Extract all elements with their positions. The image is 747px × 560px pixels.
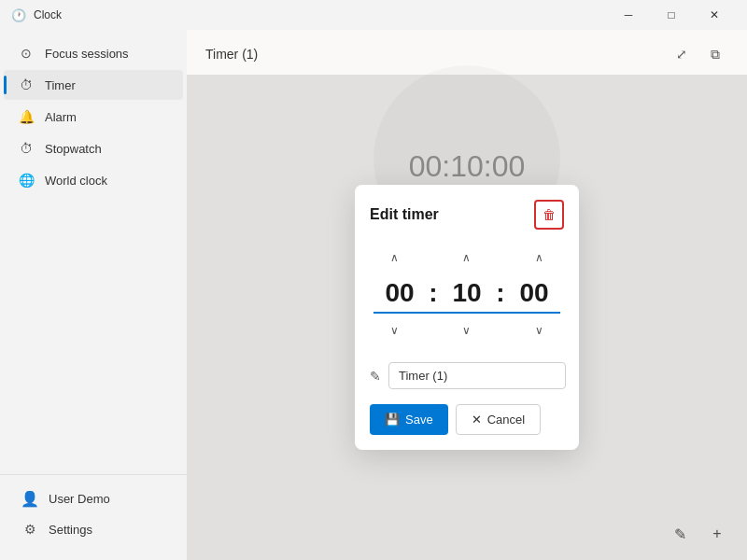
detach-button[interactable]: ⧉ (702, 41, 728, 67)
sidebar-bottom: 👤 User Demo ⚙ Settings (0, 474, 187, 553)
edit-name-icon: ✎ (370, 369, 381, 384)
world-clock-icon: 🌐 (19, 173, 34, 188)
trash-icon: 🗑 (543, 207, 556, 222)
hours-up-button[interactable]: ∧ (370, 245, 420, 271)
sidebar: ⊙ Focus sessions ⏱ Timer 🔔 Alarm ⏱ Stopw… (0, 30, 187, 560)
sidebar-item-timer[interactable]: ⏱ Timer (4, 70, 183, 100)
world-clock-label: World clock (45, 174, 107, 188)
save-label: Save (405, 413, 433, 427)
seconds-down-button[interactable]: ∨ (514, 317, 564, 343)
cancel-button[interactable]: ✕ Cancel (456, 404, 541, 435)
dialog-actions: 💾 Save ✕ Cancel (355, 400, 579, 450)
alarm-icon: 🔔 (19, 109, 34, 124)
app-title: Clock (34, 8, 62, 21)
hours-display[interactable]: 00 (374, 278, 426, 308)
save-button[interactable]: 💾 Save (370, 404, 448, 435)
down-arrows-row: ∨ ∨ ∨ (370, 317, 564, 343)
save-icon: 💾 (385, 413, 400, 427)
sidebar-item-focus-sessions[interactable]: ⊙ Focus sessions (4, 38, 183, 68)
cancel-label: Cancel (487, 413, 525, 427)
settings-icon: ⚙ (22, 522, 37, 537)
dialog-title: Edit timer (370, 206, 439, 223)
colon-1: : (426, 278, 441, 308)
dialog-header: Edit timer 🗑 (355, 185, 579, 237)
sidebar-item-world-clock[interactable]: 🌐 World clock (4, 165, 183, 195)
sidebar-nav: ⊙ Focus sessions ⏱ Timer 🔔 Alarm ⏱ Stopw… (0, 37, 187, 474)
user-label: User Demo (49, 492, 110, 506)
minutes-down-button[interactable]: ∨ (442, 317, 492, 343)
seconds-display[interactable]: 00 (508, 278, 560, 308)
hours-down-button[interactable]: ∨ (370, 317, 420, 343)
stopwatch-icon: ⏱ (19, 141, 34, 156)
user-icon: 👤 (22, 491, 37, 506)
alarm-label: Alarm (45, 110, 77, 124)
sidebar-item-alarm[interactable]: 🔔 Alarm (4, 102, 183, 132)
close-button[interactable]: ✕ (693, 0, 736, 30)
timer-icon: ⏱ (19, 77, 34, 92)
expand-button[interactable]: ⤢ (669, 41, 695, 67)
main-content: Timer (1) ⤢ ⧉ 00:10:00 Edit timer 🗑 (187, 30, 747, 560)
timer-name-input[interactable] (388, 362, 566, 389)
titlebar-left: 🕐 Clock (11, 8, 62, 22)
minimize-button[interactable]: ─ (607, 0, 650, 30)
stopwatch-label: Stopwatch (45, 142, 102, 156)
colon-2: : (493, 278, 508, 308)
app-body: ⊙ Focus sessions ⏱ Timer 🔔 Alarm ⏱ Stopw… (0, 30, 747, 560)
minutes-display[interactable]: 10 (441, 278, 493, 308)
focus-sessions-label: Focus sessions (45, 47, 129, 61)
sidebar-item-settings[interactable]: ⚙ Settings (7, 514, 179, 544)
cancel-icon: ✕ (472, 413, 482, 427)
edit-dialog-overlay: Edit timer 🗑 ∧ ∧ ∧ (187, 75, 747, 560)
seconds-up-button[interactable]: ∧ (514, 245, 564, 271)
edit-dialog: Edit timer 🗑 ∧ ∧ ∧ (355, 185, 579, 450)
content-header-actions: ⤢ ⧉ (669, 41, 728, 67)
sidebar-item-user[interactable]: 👤 User Demo (7, 483, 179, 513)
name-row: ✎ (355, 355, 579, 400)
timer-display-area: 00:10:00 Edit timer 🗑 ∧ (187, 75, 747, 560)
clock-app-icon: 🕐 (11, 8, 26, 22)
content-title: Timer (1) (205, 47, 258, 62)
delete-timer-button[interactable]: 🗑 (534, 200, 564, 230)
time-display-row: 00 : 10 : 00 (374, 274, 560, 314)
titlebar: 🕐 Clock ─ □ ✕ (0, 0, 747, 30)
timer-label: Timer (45, 78, 76, 92)
maximize-button[interactable]: □ (650, 0, 693, 30)
titlebar-controls: ─ □ ✕ (607, 0, 736, 30)
time-picker: ∧ ∧ ∧ 00 : 10 : 00 (355, 237, 579, 355)
minutes-up-button[interactable]: ∧ (442, 245, 492, 271)
sidebar-item-stopwatch[interactable]: ⏱ Stopwatch (4, 133, 183, 163)
up-arrows-row: ∧ ∧ ∧ (370, 245, 564, 271)
focus-sessions-icon: ⊙ (19, 46, 34, 61)
settings-label: Settings (49, 523, 92, 537)
